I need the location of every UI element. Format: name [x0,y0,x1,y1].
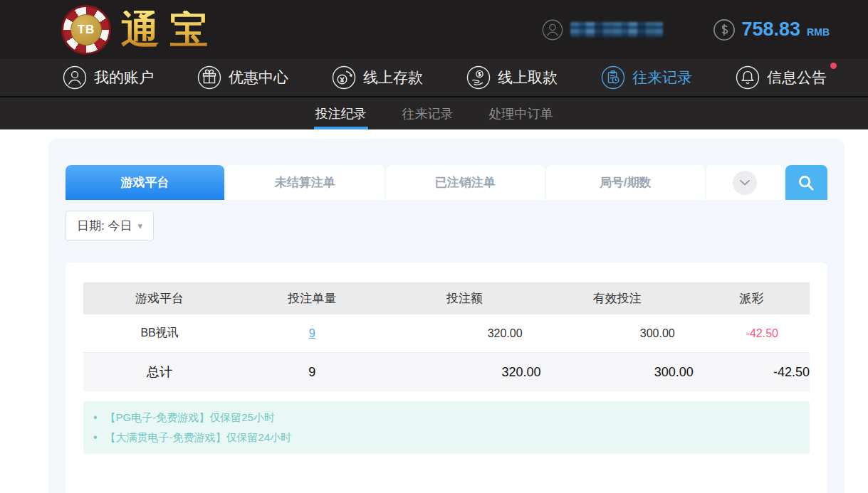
retention-notes: • 【PG电子-免费游戏】仅保留25小时 • 【大满贯电子-免费游戏】仅保留24… [83,401,810,454]
subtab-label: 往来记录 [402,105,454,122]
filter-tab-label: 未结算注单 [275,174,335,191]
nav-item-my-account[interactable]: 我的账户 [63,65,154,90]
subtab-label: 处理中订单 [489,105,553,122]
brand-logo[interactable]: TB 通宝 [61,5,218,55]
filter-tab-unsettled-bets[interactable]: 未结算注单 [226,165,385,200]
brand-title: 通宝 [121,11,218,49]
withdraw-hand-coin-icon [466,65,491,90]
date-filter-label: 日期: 今日 [77,218,132,234]
total-payout: -42.50 [694,353,810,392]
subtab-label: 投注纪录 [315,105,367,122]
bell-icon [736,65,760,90]
cell-bet-count: 9 [236,314,388,353]
search-icon [796,173,816,193]
subtab-processing-orders[interactable]: 处理中订单 [488,97,555,129]
subtab-transaction-records[interactable]: 往来记录 [401,97,455,129]
subtab-bet-records[interactable]: 投注纪录 [314,97,368,129]
nav-item-promotions[interactable]: 优惠中心 [197,65,288,90]
username-redacted [570,22,663,37]
col-header-payout: 派彩 [694,282,810,314]
cell-platform: BB视讯 [83,314,236,353]
records-card: 游戏平台 未结算注单 已注销注单 局号/期数 [48,139,845,493]
records-clipboard-icon [601,65,625,90]
note-line-slam: • 【大满贯电子-免费游戏】仅保留24小时 [93,428,800,447]
sub-nav: 投注纪录 往来记录 处理中订单 [0,97,868,129]
deposit-coin-icon [332,65,356,90]
cell-payout: -42.50 [694,314,810,353]
user-info [542,19,663,41]
nav-label: 我的账户 [94,68,154,88]
gift-icon [197,65,221,90]
poker-chip-icon: TB [61,5,111,55]
note-text: 【大满贯电子-免费游戏】仅保留24小时 [105,428,292,447]
filter-tabs: 游戏平台 未结算注单 已注销注单 局号/期数 [66,165,827,200]
table-total-row: 总计 9 320.00 300.00 -42.50 [83,353,810,392]
balance-amount: 758.83 [742,18,801,41]
nav-item-records[interactable]: 往来记录 [601,65,692,90]
account-icon [63,65,87,90]
balance: 758.83 RMB [713,18,830,41]
filter-tab-game-platform[interactable]: 游戏平台 [66,165,224,200]
user-avatar-icon [542,19,563,41]
nav-label: 线上取款 [498,68,558,88]
col-header-bet-amount: 投注额 [388,282,540,314]
table-row: BB视讯 9 320.00 300.00 -42.50 [83,314,810,353]
filter-expand-cell[interactable] [706,165,784,200]
table-header-row: 游戏平台 投注单量 投注额 有效投注 派彩 [83,282,810,314]
filter-tab-label: 已注销注单 [435,174,496,191]
notification-dot [830,63,837,69]
content: 游戏平台 未结算注单 已注销注单 局号/期数 [0,129,868,493]
filter-tab-label: 游戏平台 [120,174,169,191]
date-filter-row: 日期: 今日 ▾ [66,211,827,241]
col-header-valid-bet: 有效投注 [541,282,694,314]
cell-valid-bet: 300.00 [541,314,694,353]
results-panel: 游戏平台 投注单量 投注额 有效投注 派彩 BB视讯 9 320.00 300.… [66,263,827,493]
col-header-bet-count: 投注单量 [236,282,388,314]
balance-currency: RMB [807,26,830,38]
bet-summary-table: 游戏平台 投注单量 投注额 有效投注 派彩 BB视讯 9 320.00 300.… [83,282,810,391]
main-nav: 我的账户 优惠中心 线上存款 [0,59,868,97]
nav-item-deposit[interactable]: 线上存款 [332,65,423,90]
nav-label: 优惠中心 [229,68,288,88]
dollar-coin-icon [713,18,736,41]
nav-label: 信息公告 [767,68,827,88]
chevron-down-icon[interactable] [733,171,757,195]
nav-label: 往来记录 [632,68,692,88]
chip-monogram: TB [70,14,102,46]
bullet-icon: • [93,408,98,428]
col-header-platform: 游戏平台 [83,282,236,314]
nav-item-announcements[interactable]: 信息公告 [736,65,827,90]
bullet-icon: • [93,428,98,447]
search-button[interactable] [785,165,827,200]
filter-tab-cancelled-bets[interactable]: 已注销注单 [386,165,545,200]
date-filter-button[interactable]: 日期: 今日 ▾ [66,211,154,241]
note-text: 【PG电子-免费游戏】仅保留25小时 [105,408,275,428]
total-bet-count: 9 [236,353,388,392]
bet-count-link[interactable]: 9 [309,327,315,339]
total-valid-bet: 300.00 [541,353,694,392]
total-bet-amount: 320.00 [388,353,540,392]
filter-tab-round-number[interactable]: 局号/期数 [546,165,705,200]
topbar: TB 通宝 758.83 RMB [0,0,868,59]
filter-tab-label: 局号/期数 [600,174,652,191]
nav-item-withdrawal[interactable]: 线上取款 [466,65,558,90]
total-label: 总计 [83,353,236,392]
nav-label: 线上存款 [363,68,423,88]
cell-bet-amount: 320.00 [388,314,540,353]
note-line-pg: • 【PG电子-免费游戏】仅保留25小时 [93,408,800,428]
caret-down-icon: ▾ [137,221,142,231]
